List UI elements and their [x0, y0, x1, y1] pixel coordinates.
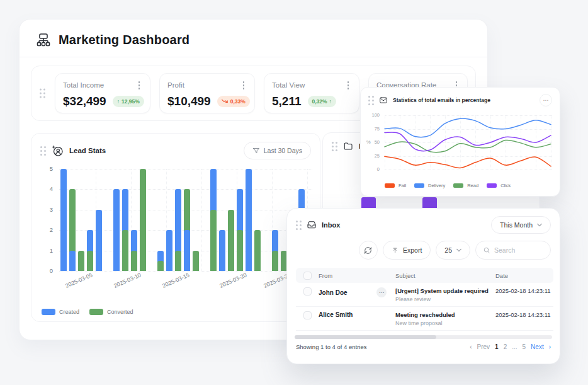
select-all-checkbox[interactable] — [303, 272, 312, 280]
drag-handle[interactable] — [368, 96, 374, 105]
lead-chart: 5432102025-03-052025-03-102025-03-152025… — [31, 161, 320, 321]
email-stats-panel: Statistics of total emails in percentage… — [360, 87, 560, 197]
legend-item: Created — [42, 309, 79, 315]
chevron-down-icon — [456, 248, 461, 252]
chevron-down-icon — [537, 223, 542, 227]
created-bar — [113, 189, 120, 271]
bar — [140, 169, 146, 271]
drag-handle[interactable] — [296, 221, 302, 230]
folder-icon — [343, 141, 353, 151]
bar-group: 2025-03-25 — [272, 169, 287, 271]
drag-handle[interactable] — [40, 89, 45, 98]
created-bar — [166, 230, 172, 271]
y-axis-tick-label: 0 — [362, 166, 380, 172]
export-button[interactable]: Export — [383, 241, 431, 260]
inbox-table-body: John Doe⋯[Urgent] System update required… — [296, 283, 553, 331]
converted-bar — [228, 210, 234, 271]
legend-item: Click — [487, 183, 511, 188]
drag-handle[interactable] — [40, 146, 46, 156]
pagination-next[interactable]: Next — [531, 343, 544, 350]
stat-value: $32,499 — [63, 95, 106, 108]
horizontal-scrollbar[interactable] — [295, 335, 552, 339]
stat-card-total-view: Total View 5,211 0,32%↑ — [264, 73, 359, 113]
export-icon — [392, 247, 399, 254]
from-cell: John Doe⋯ — [319, 287, 395, 297]
refresh-button[interactable] — [359, 241, 378, 260]
gridline — [59, 271, 312, 272]
pagination-page[interactable]: 2 — [504, 343, 507, 350]
legend-item: Delivery — [414, 183, 445, 188]
bar — [184, 169, 190, 271]
pagination-prev[interactable]: Prev — [477, 343, 490, 350]
converted-bar — [254, 230, 261, 271]
x-axis-tick-label: 2025-03-10 — [113, 272, 142, 289]
pagination-page[interactable]: 5 — [523, 343, 526, 350]
entries-summary: Showing 1 to 4 of 4 entries — [296, 343, 367, 350]
refresh-icon — [364, 246, 372, 255]
stat-value: $10,499 — [167, 95, 211, 108]
row-checkbox[interactable] — [303, 287, 312, 296]
table-row[interactable]: Alice SmithMeeting rescheduledNew time p… — [296, 307, 553, 331]
table-row[interactable]: John Doe⋯[Urgent] System update required… — [296, 283, 553, 307]
legend-label: Click — [500, 183, 511, 188]
date-filter-button[interactable]: Last 30 Days — [244, 142, 311, 159]
funnel-icon — [252, 147, 260, 154]
pagination-ellipsis[interactable]: ... — [512, 343, 517, 350]
bar — [219, 169, 225, 271]
subject-cell: [Urgent] System update requiredPlease re… — [395, 287, 495, 302]
bar — [166, 169, 172, 271]
converted-bar — [237, 230, 243, 271]
date-cell: 2025-02-18 14:23:11 — [495, 311, 553, 318]
series-line-read — [385, 140, 551, 152]
lead-stats-panel: Lead Stats Last 30 Days 5432102025-03-05… — [31, 133, 320, 322]
ellipsis-menu-button[interactable]: ⋯ — [540, 94, 552, 106]
lead-person-icon — [52, 145, 64, 157]
legend-item: Converted — [89, 309, 133, 315]
drag-handle[interactable] — [332, 142, 337, 151]
scrollbar-thumb[interactable] — [295, 335, 436, 339]
kebab-menu-icon[interactable] — [240, 80, 247, 91]
trending-down-icon — [222, 99, 229, 103]
search-input[interactable] — [494, 246, 543, 254]
stat-title: Total View — [272, 81, 305, 89]
bar — [87, 169, 93, 271]
page-size-dropdown[interactable]: 25 — [436, 241, 470, 260]
row-menu-button[interactable]: ⋯ — [376, 287, 387, 297]
dashboard-header: Marketing Dashboard — [20, 20, 487, 57]
bar — [272, 169, 278, 271]
bar — [228, 169, 234, 271]
pagination-next[interactable]: › — [549, 343, 551, 350]
created-bar — [246, 169, 252, 271]
kebab-menu-icon[interactable] — [136, 80, 143, 91]
subject-cell: Meeting rescheduledNew time proposal — [395, 311, 495, 326]
trend-badge: ↑12,95% — [113, 96, 144, 107]
preview-text: New time proposal — [395, 320, 495, 326]
panel-title: Lead Stats — [69, 147, 106, 154]
pagination: ‹Prev12...5Next› — [470, 343, 551, 350]
bar — [69, 169, 76, 271]
bar — [60, 169, 67, 271]
period-dropdown[interactable]: This Month — [491, 216, 551, 234]
column-header-date: Date — [495, 272, 553, 279]
kebab-menu-icon[interactable] — [345, 80, 352, 91]
pagination-prev[interactable]: ‹ — [470, 343, 472, 350]
gridline — [551, 115, 551, 170]
bar — [113, 169, 120, 271]
trend-badge: 0,33% — [217, 96, 250, 107]
y-axis-tick-label: 25 — [362, 153, 380, 159]
x-axis-tick-label: 2025-03-05 — [64, 272, 93, 289]
from-cell: Alice Smith — [319, 311, 395, 318]
row-checkbox[interactable] — [303, 311, 312, 319]
pagination-page[interactable]: 1 — [495, 343, 499, 350]
sitemap-icon — [36, 32, 51, 47]
table-header-row: From Subject Date — [296, 268, 553, 283]
bar — [175, 169, 181, 271]
legend-label: Delivery — [428, 183, 445, 188]
arrow-up-icon: ↑ — [329, 98, 332, 105]
y-axis-tick-label: 50 — [362, 139, 380, 145]
bar — [96, 169, 102, 271]
inbox-toolbar: Export 25 — [359, 241, 551, 260]
bar — [193, 169, 199, 271]
email-legend: FailDeliveryReadClick — [385, 183, 511, 188]
legend-swatch — [487, 183, 497, 188]
